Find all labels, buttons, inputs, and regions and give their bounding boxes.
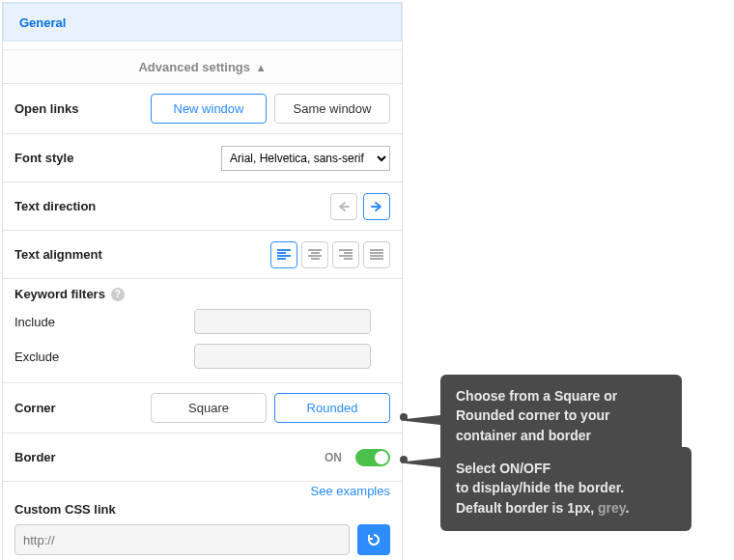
exclude-label: Exclude [14, 350, 97, 364]
custom-css-input[interactable] [14, 524, 350, 555]
text-direction-label: Text direction [14, 199, 96, 213]
custom-css-label: Custom CSS link [14, 502, 390, 517]
see-examples-link[interactable]: See examples [311, 484, 390, 498]
direction-ltr-button[interactable] [330, 193, 357, 220]
keyword-filters-label: Keyword filters [14, 287, 105, 301]
reload-css-button[interactable] [357, 524, 390, 555]
callout-connector [406, 415, 440, 425]
align-right-button[interactable] [332, 241, 359, 268]
font-style-label: Font style [14, 151, 73, 165]
text-alignment-label: Text alignment [14, 247, 102, 262]
row-text-direction: Text direction [3, 182, 402, 231]
tab-general-label: General [19, 15, 66, 30]
same-window-button[interactable]: Same window [274, 94, 390, 124]
align-center-icon [308, 249, 322, 261]
align-left-button[interactable] [270, 241, 297, 268]
row-open-links: Open links New window Same window [3, 84, 402, 134]
open-links-label: Open links [14, 101, 78, 116]
keyword-filters-section: Keyword filters ? Include Exclude [3, 279, 402, 383]
advanced-settings-toggle[interactable]: Advanced settings ▲ [3, 49, 402, 84]
corner-square-button[interactable]: Square [151, 393, 267, 423]
row-border: Border ON [3, 434, 402, 482]
callout-border-line3: Default border is 1px, grey. [456, 498, 676, 518]
arrow-right-icon [370, 201, 383, 212]
callout-border-line2: to display/hide the border. [456, 478, 676, 497]
row-text-alignment: Text alignment [3, 231, 402, 279]
include-input[interactable] [194, 309, 371, 334]
tab-general[interactable]: General [3, 2, 402, 42]
border-toggle[interactable] [355, 449, 390, 466]
align-justify-button[interactable] [363, 241, 390, 268]
align-right-icon [339, 249, 353, 261]
callout-corner: Choose from a Square or Rounded corner t… [440, 375, 682, 459]
align-center-button[interactable] [301, 241, 328, 268]
help-icon[interactable]: ? [111, 288, 125, 301]
callout-border-line1: Select ON/OFF [456, 459, 676, 478]
include-label: Include [14, 315, 97, 329]
callout-corner-line1: Choose from a Square or [456, 386, 666, 406]
callout-border: Select ON/OFF to display/hide the border… [440, 447, 692, 531]
font-style-select[interactable]: Arial, Helvetica, sans-serif [221, 146, 390, 171]
corner-rounded-button[interactable]: Rounded [274, 393, 390, 423]
callout-connector-dot-2 [400, 456, 408, 463]
callout-corner-line2: Rounded corner to your [456, 406, 666, 425]
new-window-button[interactable]: New window [151, 94, 267, 124]
callout-corner-line3: container and border [456, 426, 666, 445]
direction-rtl-button[interactable] [363, 193, 390, 220]
align-left-icon [277, 249, 291, 261]
row-font-style: Font style Arial, Helvetica, sans-serif [3, 134, 402, 182]
corner-label: Corner [14, 401, 56, 415]
exclude-input[interactable] [194, 344, 371, 369]
settings-panel: General Advanced settings ▲ Open links N… [2, 2, 403, 560]
align-justify-icon [370, 249, 383, 261]
custom-css-section: See examples Custom CSS link [3, 482, 402, 560]
reload-icon [366, 532, 381, 547]
arrow-left-icon [337, 201, 351, 212]
advanced-settings-label: Advanced settings [138, 60, 250, 74]
callout-connector-2 [406, 458, 440, 467]
chevron-up-icon: ▲ [256, 62, 267, 73]
row-corner: Corner Square Rounded [3, 383, 402, 434]
border-label: Border [14, 450, 56, 464]
border-state-label: ON [325, 451, 342, 464]
callout-connector-dot [400, 413, 408, 421]
